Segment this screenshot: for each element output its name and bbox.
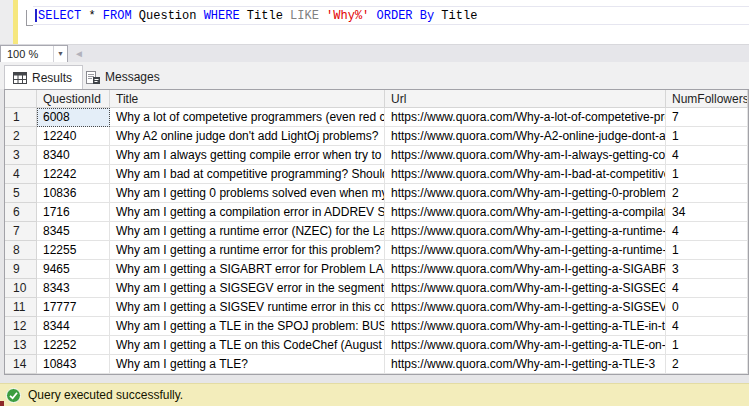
cell-title[interactable]: Why am I getting a SIGSEGV error in the … [110,279,385,298]
cell-title[interactable]: Why A2 online judge don't add LightOj pr… [110,127,385,146]
cell-questionid[interactable]: 8340 [37,146,110,165]
table-row: 1312252Why am I getting a TLE on this Co… [5,336,748,355]
cell-url[interactable]: https://www.quora.com/Why-A2-online-judg… [385,127,666,146]
sql-token: WHERE [204,9,240,23]
cell-url[interactable]: https://www.quora.com/Why-am-I-getting-a… [385,298,666,317]
row-number-cell[interactable]: 7 [5,222,37,241]
tab-results[interactable]: Results [4,65,83,89]
cell-title[interactable]: Why am I getting a TLE on this CodeChef … [110,336,385,355]
cell-questionid[interactable]: 6008 [37,108,110,127]
cell-url[interactable]: https://www.quora.com/Why-am-I-getting-a… [385,203,666,222]
table-row: 99465Why am I getting a SIGABRT error fo… [5,260,748,279]
column-header-url[interactable]: Url [385,90,666,108]
cell-numfollowers[interactable]: 34 [666,203,748,222]
cell-numfollowers[interactable]: 1 [666,336,748,355]
row-number-cell[interactable]: 9 [5,260,37,279]
scroll-left-arrow-icon[interactable]: ◄ [74,47,84,61]
zoom-control[interactable]: 100 % ▼ [0,45,68,63]
sql-code-line[interactable]: SELECT * FROM Question WHERE Title LIKE … [38,9,477,23]
sql-token: * [81,9,103,23]
row-number-cell[interactable]: 4 [5,165,37,184]
sql-token: FROM [103,9,132,23]
cell-questionid[interactable]: 8345 [37,222,110,241]
cell-numfollowers[interactable]: 4 [666,146,748,165]
cell-title[interactable]: Why am I getting a SIGABRT error for Pro… [110,260,385,279]
ssms-window: SELECT * FROM Question WHERE Title LIKE … [0,0,749,406]
cell-url[interactable]: https://www.quora.com/Why-am-I-getting-a… [385,355,666,374]
cell-numfollowers[interactable]: 2 [666,184,748,203]
table-row: 61716Why am I getting a compilation erro… [5,203,748,222]
table-row: 812255Why am I getting a runtime error f… [5,241,748,260]
cell-numfollowers[interactable]: 4 [666,317,748,336]
cell-questionid[interactable]: 8343 [37,279,110,298]
row-number-cell[interactable]: 8 [5,241,37,260]
row-number-cell[interactable]: 14 [5,355,37,374]
results-grid: QuestionIdTitleUrlNumFollowers 16008Why … [4,89,749,375]
cell-url[interactable]: https://www.quora.com/Why-am-I-getting-a… [385,241,666,260]
row-number-cell[interactable]: 6 [5,203,37,222]
cell-questionid[interactable]: 8344 [37,317,110,336]
cell-title[interactable]: Why am I bad at competitive programming?… [110,165,385,184]
cell-questionid[interactable]: 17777 [37,298,110,317]
cell-numfollowers[interactable]: 4 [666,222,748,241]
cell-title[interactable]: Why am I getting a runtime error for thi… [110,241,385,260]
sql-token: LIKE [290,9,319,23]
cell-numfollowers[interactable]: 4 [666,279,748,298]
column-header-questionid[interactable]: QuestionId [37,90,110,108]
cell-title[interactable]: Why am I always getting compile error wh… [110,146,385,165]
cell-questionid[interactable]: 9465 [37,260,110,279]
cell-numfollowers[interactable]: 7 [666,108,748,127]
row-number-cell[interactable]: 2 [5,127,37,146]
row-number-cell[interactable]: 12 [5,317,37,336]
sql-token: 'Why%' [326,9,369,23]
tab-messages[interactable]: Messages [78,65,170,89]
success-check-icon [6,388,21,403]
table-row: 38340Why am I always getting compile err… [5,146,748,165]
cell-url[interactable]: https://www.quora.com/Why-a-lot-of-compe… [385,108,666,127]
cell-questionid[interactable]: 12240 [37,127,110,146]
column-header-numfollowers[interactable]: NumFollowers [666,90,748,108]
query-editor[interactable]: SELECT * FROM Question WHERE Title LIKE … [0,0,749,44]
cell-title[interactable]: Why am I getting a runtime error (NZEC) … [110,222,385,241]
cell-questionid[interactable]: 1716 [37,203,110,222]
row-number-cell[interactable]: 3 [5,146,37,165]
row-number-cell[interactable]: 10 [5,279,37,298]
cell-url[interactable]: https://www.quora.com/Why-am-I-getting-0… [385,184,666,203]
cell-questionid[interactable]: 12252 [37,336,110,355]
cell-questionid[interactable]: 12255 [37,241,110,260]
cell-url[interactable]: https://www.quora.com/Why-am-I-getting-a… [385,317,666,336]
cell-title[interactable]: Why am I getting a TLE in the SPOJ probl… [110,317,385,336]
cell-url[interactable]: https://www.quora.com/Why-am-I-getting-a… [385,222,666,241]
row-number-cell[interactable]: 5 [5,184,37,203]
cell-numfollowers[interactable]: 1 [666,241,748,260]
table-row: 510836Why am I getting 0 problems solved… [5,184,748,203]
sql-token: Question [132,9,204,23]
cell-numfollowers[interactable]: 1 [666,127,748,146]
cell-url[interactable]: https://www.quora.com/Why-am-I-always-ge… [385,146,666,165]
cell-numfollowers[interactable]: 1 [666,165,748,184]
cell-url[interactable]: https://www.quora.com/Why-am-I-getting-a… [385,260,666,279]
row-number-cell[interactable]: 13 [5,336,37,355]
row-number-cell[interactable]: 1 [5,108,37,127]
cell-questionid[interactable]: 12242 [37,165,110,184]
column-header-title[interactable]: Title [110,90,385,108]
cell-url[interactable]: https://www.quora.com/Why-am-I-getting-a… [385,336,666,355]
cell-title[interactable]: Why am I getting 0 problems solved even … [110,184,385,203]
row-number-header[interactable] [5,90,37,108]
cell-numfollowers[interactable]: 2 [666,355,748,374]
cell-title[interactable]: Why am I getting a SIGSEV runtime error … [110,298,385,317]
table-row: 108343Why am I getting a SIGSEGV error i… [5,279,748,298]
cell-questionid[interactable]: 10836 [37,184,110,203]
cell-url[interactable]: https://www.quora.com/Why-am-I-getting-a… [385,279,666,298]
row-number-cell[interactable]: 11 [5,298,37,317]
cell-numfollowers[interactable]: 0 [666,298,748,317]
cell-title[interactable]: Why am I getting a TLE? [110,355,385,374]
cell-questionid[interactable]: 10843 [37,355,110,374]
chevron-down-icon[interactable]: ▼ [53,46,67,62]
table-row: 412242Why am I bad at competitive progra… [5,165,748,184]
cell-title[interactable]: Why am I getting a compilation error in … [110,203,385,222]
cell-numfollowers[interactable]: 3 [666,260,748,279]
table-row: 1117777Why am I getting a SIGSEV runtime… [5,298,748,317]
cell-title[interactable]: Why a lot of competetive programmers (ev… [110,108,385,127]
cell-url[interactable]: https://www.quora.com/Why-am-I-bad-at-co… [385,165,666,184]
